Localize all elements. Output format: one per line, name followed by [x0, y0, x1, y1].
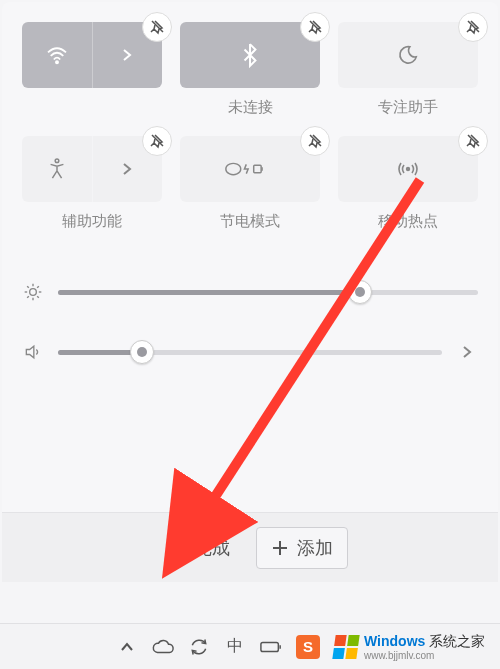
add-label: 添加: [297, 536, 333, 560]
brightness-fill: [58, 290, 360, 295]
moon-icon: [397, 44, 419, 66]
tile-label: 辅助功能: [62, 212, 122, 232]
hotspot-icon: [396, 159, 420, 179]
volume-expand[interactable]: [456, 345, 478, 359]
sync-icon[interactable]: [188, 636, 210, 658]
battery-icon[interactable]: [260, 636, 282, 658]
windows-logo-icon: [332, 635, 359, 659]
brightness-thumb[interactable]: [348, 280, 372, 304]
battery-saver-icon: [237, 160, 263, 178]
volume-thumb[interactable]: [130, 340, 154, 364]
tile-hotspot-wrap: 移动热点: [338, 136, 478, 232]
unpin-icon[interactable]: [300, 12, 330, 42]
unpin-icon[interactable]: [458, 126, 488, 156]
tile-battery[interactable]: [180, 136, 320, 202]
brightness-icon: [22, 282, 44, 302]
sliders-section: [22, 282, 478, 362]
quick-settings-panel: 未连接 专注助手 辅助功能: [2, 2, 498, 582]
accessibility-icon[interactable]: [22, 136, 93, 202]
done-label: 完成: [194, 536, 230, 560]
watermark-brand: Windows: [364, 633, 425, 649]
tile-label: 专注助手: [378, 98, 438, 118]
svg-line-17: [37, 296, 39, 298]
tile-label: 移动热点: [378, 212, 438, 232]
ime-icon[interactable]: 中: [224, 636, 246, 658]
sogou-icon[interactable]: S: [296, 635, 320, 659]
tile-bluetooth-wrap: 未连接: [180, 22, 320, 118]
volume-track[interactable]: [58, 350, 442, 355]
svg-point-0: [56, 61, 58, 63]
wifi-icon[interactable]: [22, 22, 93, 88]
tile-wifi-wrap: [22, 22, 162, 118]
unpin-icon[interactable]: [142, 126, 172, 156]
svg-point-9: [407, 168, 410, 171]
volume-slider[interactable]: [22, 342, 478, 362]
tile-accessibility-wrap: 辅助功能: [22, 136, 162, 232]
unpin-icon[interactable]: [142, 12, 172, 42]
watermark-line1: 系统之家: [429, 633, 485, 649]
svg-line-16: [27, 286, 29, 288]
brightness-slider[interactable]: [22, 282, 478, 302]
tile-label: 未连接: [228, 98, 273, 118]
svg-line-18: [27, 296, 29, 298]
tile-battery-wrap: 节电模式: [180, 136, 320, 232]
tile-focus[interactable]: [338, 22, 478, 88]
tile-grid: 未连接 专注助手 辅助功能: [22, 22, 478, 232]
unpin-icon[interactable]: [458, 12, 488, 42]
tile-bluetooth[interactable]: [180, 22, 320, 88]
tile-hotspot[interactable]: [338, 136, 478, 202]
check-icon: [166, 539, 186, 557]
svg-rect-23: [261, 642, 278, 651]
tile-label: 节电模式: [220, 212, 280, 232]
unpin-icon[interactable]: [300, 126, 330, 156]
onedrive-icon[interactable]: [152, 636, 174, 658]
done-button[interactable]: 完成: [152, 528, 244, 568]
brightness-track[interactable]: [58, 290, 478, 295]
svg-rect-6: [254, 165, 261, 172]
watermark-line2: www.bjjmlv.com: [364, 651, 485, 661]
tile-wifi[interactable]: [22, 22, 162, 88]
bluetooth-icon: [243, 43, 257, 67]
tile-focus-wrap: 专注助手: [338, 22, 478, 118]
tile-accessibility[interactable]: [22, 136, 162, 202]
tray-expand-icon[interactable]: [116, 636, 138, 658]
svg-point-4: [55, 159, 59, 163]
svg-point-11: [30, 289, 37, 296]
svg-line-19: [37, 286, 39, 288]
plus-icon: [271, 539, 289, 557]
edit-bottom-bar: 完成 添加: [2, 512, 498, 582]
add-button[interactable]: 添加: [256, 527, 348, 569]
volume-icon: [22, 342, 44, 362]
taskbar: 中 S Windows 系统之家 www.bjjmlv.com: [0, 623, 500, 669]
watermark: Windows 系统之家 www.bjjmlv.com: [334, 633, 485, 661]
